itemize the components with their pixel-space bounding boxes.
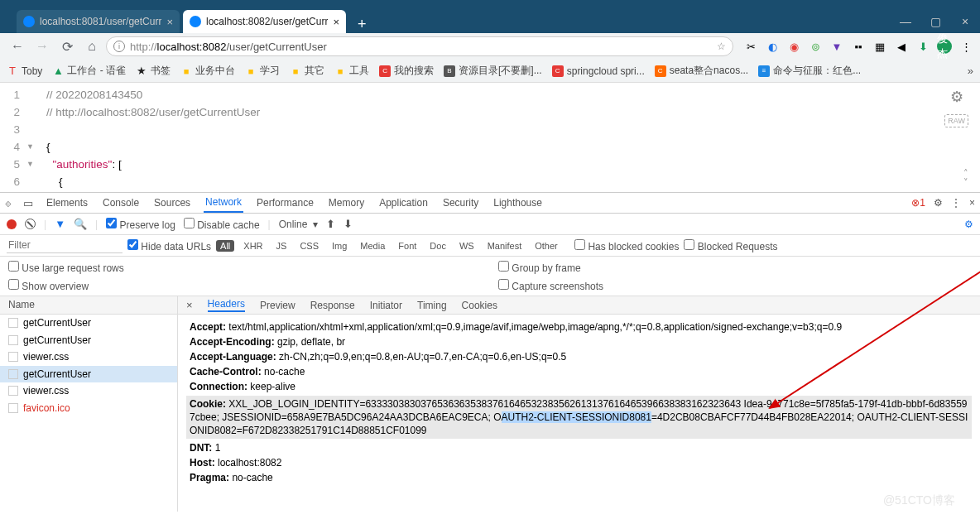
tab-console[interactable]: Console [101,193,141,213]
timing-tab[interactable]: Timing [417,300,447,311]
filter-input[interactable] [7,238,122,253]
chevron-down-icon[interactable]: ˅ [963,178,968,187]
filter-type[interactable]: Manifest [483,240,526,252]
device-icon[interactable]: ▭ [23,197,33,209]
bookmark-folder[interactable]: ■学习 [245,64,280,78]
close-icon[interactable]: × [333,16,339,28]
cookie-header[interactable]: Cookie: XXL_JOB_LOGIN_IDENTITY=633330383… [186,396,972,439]
tab-sources[interactable]: Sources [152,193,192,213]
request-row[interactable]: getCurrentUser [0,332,177,349]
bookmark[interactable]: ▲工作台 - 语雀 [52,64,126,78]
ext-icon[interactable]: ◐ [765,39,780,54]
ext-icon[interactable]: ◉ [786,39,801,54]
ext-icon[interactable]: ▪▪ [851,39,866,54]
request-row[interactable]: favicon.ico [0,400,177,417]
reload-button[interactable]: ⟳ [56,36,78,57]
bookmark-folder[interactable]: ■工具 [334,64,369,78]
filter-type[interactable]: WS [455,240,478,252]
tab-memory[interactable]: Memory [327,193,366,213]
bookmarks-overflow-icon[interactable]: » [968,65,973,77]
close-details-icon[interactable]: × [186,299,193,311]
ext-icon[interactable]: ▦ [872,39,887,54]
group-by-frame-checkbox[interactable]: Group by frame [498,261,972,274]
download-icon[interactable]: ⬇ [343,218,353,230]
blocked-requests-checkbox[interactable]: Blocked Requests [684,239,777,252]
filter-type-all[interactable]: All [216,240,234,252]
filter-icon[interactable]: ▼ [55,218,65,230]
record-button[interactable] [7,219,17,229]
close-icon[interactable]: × [166,16,173,28]
tab-performance[interactable]: Performance [255,193,315,213]
maximize-icon[interactable]: ▢ [920,10,950,33]
show-overview-checkbox[interactable]: Show overview [8,279,482,292]
avatar[interactable]: 俊杰 [937,39,952,54]
inspect-icon[interactable]: ⟐ [5,197,12,209]
bookmark[interactable]: B资源目录[不要删]... [444,64,542,78]
new-tab-button[interactable]: + [349,16,375,33]
raw-button[interactable]: RAW [944,114,968,127]
headers-tab[interactable]: Headers [208,298,245,312]
close-window-icon[interactable]: × [950,10,980,33]
menu-icon[interactable]: ⋮ [958,39,973,54]
close-devtools-icon[interactable]: × [969,197,975,209]
minimize-icon[interactable]: — [891,10,920,33]
bookmark[interactable]: TToby [7,65,42,77]
request-row[interactable]: getCurrentUser [0,366,177,383]
bookmark-folder[interactable]: ■其它 [290,64,324,78]
column-header[interactable]: Name [0,296,177,315]
browser-tab[interactable]: localhost:8081/user/getCurr × [17,10,180,33]
more-icon[interactable]: ⋮ [951,197,961,209]
home-button[interactable]: ⌂ [81,36,103,57]
mute-icon[interactable]: ◀ [894,39,909,54]
bookmark[interactable]: Cseata整合nacos... [655,64,748,78]
back-button[interactable]: ← [7,36,28,57]
wifi-icon[interactable]: ⊚ [808,39,823,54]
disable-cache-checkbox[interactable]: Disable cache [184,218,260,231]
preserve-log-checkbox[interactable]: Preserve log [106,218,175,231]
star-icon[interactable]: ☆ [717,41,726,52]
tab-application[interactable]: Application [377,193,430,213]
bookmark-folder[interactable]: ■业务中台 [180,64,235,78]
large-rows-checkbox[interactable]: Use large request rows [8,261,482,274]
filter-type[interactable]: Font [394,240,420,252]
settings-icon[interactable]: ⚙ [964,219,973,230]
filter-type[interactable]: Other [531,240,562,252]
gear-icon[interactable]: ⚙ [950,88,963,106]
request-row[interactable]: viewer.css [0,349,177,366]
throttling-select[interactable]: Online ▾ [279,219,318,230]
blocked-cookies-checkbox[interactable]: Has blocked cookies [574,239,679,252]
ext-icon[interactable]: ▼ [829,39,844,54]
tab-elements[interactable]: Elements [45,193,89,213]
download-icon[interactable]: ⬇ [915,39,930,54]
forward-button[interactable]: → [31,36,53,57]
tab-network[interactable]: Network [204,193,243,213]
filter-type[interactable]: Img [328,240,351,252]
browser-tab[interactable]: localhost:8082/user/getCurr × [183,10,346,33]
response-tab[interactable]: Response [310,300,355,311]
site-info-icon[interactable]: i [113,41,125,52]
filter-type[interactable]: XHR [239,240,267,252]
search-icon[interactable]: 🔍 [74,218,87,230]
request-row[interactable]: getCurrentUser [0,315,177,332]
filter-type[interactable]: Doc [425,240,450,252]
capture-screenshots-checkbox[interactable]: Capture screenshots [498,279,972,292]
cookies-tab[interactable]: Cookies [462,300,497,311]
filter-type[interactable]: JS [272,240,291,252]
upload-icon[interactable]: ⬆ [326,218,335,230]
gear-icon[interactable]: ⚙ [934,197,943,209]
clear-button[interactable] [25,219,36,229]
bookmark[interactable]: ≡命令与征服：红色... [758,64,861,78]
filter-type[interactable]: CSS [295,240,323,252]
tab-security[interactable]: Security [441,193,480,213]
tab-lighthouse[interactable]: Lighthouse [492,193,544,213]
request-row[interactable]: viewer.css [0,382,177,400]
bookmark[interactable]: Cspringcloud spri... [552,65,645,77]
bookmark[interactable]: ★书签 [136,64,171,78]
initiator-tab[interactable]: Initiator [370,300,402,311]
preview-tab[interactable]: Preview [260,300,295,311]
error-count[interactable]: ⊗1 [911,197,925,209]
scissors-icon[interactable]: ✂ [743,39,758,54]
hide-data-urls-checkbox[interactable]: Hide data URLs [127,239,211,252]
address-bar[interactable]: i http://localhost:8082/user/getCurrentU… [106,36,733,56]
bookmark[interactable]: C我的搜索 [379,64,434,78]
